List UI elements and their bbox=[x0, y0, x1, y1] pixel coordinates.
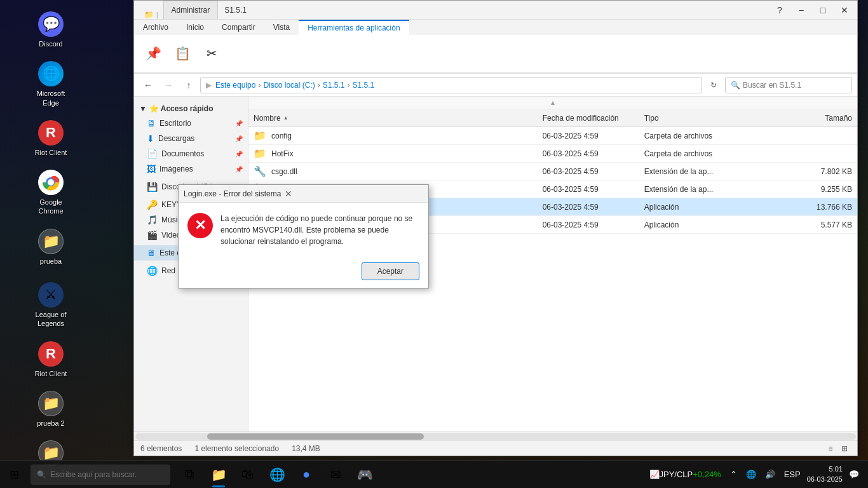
desktop-icon-discord[interactable]: 💬 Discord bbox=[25, 8, 76, 52]
breadcrumb-este-equipo[interactable]: Este equipo bbox=[215, 81, 255, 90]
run-type: Aplicación bbox=[644, 220, 789, 229]
col-header-name[interactable]: Nombre ▲ bbox=[254, 114, 543, 123]
tray-currency[interactable]: 📈 JPY/CLP +0,24% bbox=[647, 470, 724, 479]
musica-icon: 🎵 bbox=[147, 215, 158, 225]
sidebar-item-documentos[interactable]: 📄 Documentos 📌 bbox=[134, 146, 248, 161]
ribbon-tab-compartir-label: Compartir bbox=[222, 23, 255, 32]
view-details-button[interactable]: ≡ bbox=[824, 442, 837, 455]
desktop-icon-prueba2[interactable]: 📁 prueba 2 bbox=[25, 387, 76, 431]
tray-language[interactable]: ESP bbox=[782, 470, 803, 479]
taskbar-search[interactable]: 🔍 bbox=[31, 464, 170, 485]
desktop-icon-lol[interactable]: ⚔ League of Legends bbox=[25, 278, 76, 332]
taskbar-store[interactable]: 🛍 bbox=[234, 461, 262, 489]
prueba2-icon: 📁 bbox=[38, 391, 64, 416]
desktop-icon-edge[interactable]: 🌐 Microsoft Edge bbox=[25, 57, 76, 111]
tab-administrar[interactable]: Administrar bbox=[163, 1, 219, 19]
keys-icon: 🔑 bbox=[147, 200, 158, 210]
view-icons: ≡ ⊞ bbox=[824, 442, 851, 455]
prueba2-label: prueba 2 bbox=[37, 419, 64, 428]
csgo-dll-icon: 🔧 bbox=[254, 165, 266, 177]
tray-language-label: ESP bbox=[784, 470, 801, 479]
search-input[interactable] bbox=[743, 81, 846, 90]
imagenes-label: Imágenes bbox=[159, 165, 193, 173]
close-button[interactable]: ✕ bbox=[834, 2, 855, 18]
col-header-type[interactable]: Tipo bbox=[644, 114, 789, 123]
maximize-button[interactable]: □ bbox=[813, 2, 833, 18]
breadcrumb-disco-local[interactable]: Disco local (C:) bbox=[263, 81, 315, 90]
discord-icon: 💬 bbox=[38, 11, 64, 37]
tray-sound-icon[interactable]: 🔊 bbox=[763, 470, 778, 479]
tray-notifications[interactable]: 💬 bbox=[846, 470, 862, 479]
col-header-date[interactable]: Fecha de modificación bbox=[543, 114, 644, 123]
sidebar-item-escritorio[interactable]: 🖥 Escritorio 📌 bbox=[134, 116, 248, 131]
desktop-icon-riot2[interactable]: R Riot Client bbox=[25, 337, 76, 382]
sidebar-item-imagenes[interactable]: 🖼 Imágenes 📌 bbox=[134, 161, 248, 177]
forward-button[interactable]: → bbox=[159, 76, 177, 94]
taskbar-search-input[interactable] bbox=[50, 470, 164, 479]
dialog-accept-button[interactable]: Aceptar bbox=[362, 262, 419, 280]
view-large-button[interactable]: ⊞ bbox=[838, 442, 851, 455]
tray-show-hidden[interactable]: ⌃ bbox=[728, 470, 740, 479]
horizontal-scrollbar[interactable] bbox=[134, 431, 857, 440]
desktop-icon-chrome[interactable]: Google Chrome bbox=[25, 166, 76, 220]
breadcrumb-sep-3: › bbox=[347, 81, 349, 90]
taskbar-clock[interactable]: 5:01 06-03-2025 bbox=[807, 464, 843, 484]
desktop-icon-prueba[interactable]: 📁 prueba bbox=[25, 225, 76, 269]
taskbar-task-view[interactable]: ⧉ bbox=[175, 461, 203, 489]
run-date: 06-03-2025 4:59 bbox=[543, 220, 644, 229]
start-button[interactable]: ⊞ bbox=[0, 461, 28, 489]
desktop: 💬 Discord 🌐 Microsoft Edge R Riot Client bbox=[0, 0, 868, 488]
up-button[interactable]: ↑ bbox=[180, 76, 198, 94]
col-header-size[interactable]: Tamaño bbox=[789, 114, 852, 123]
file-explorer-icon: 📁 bbox=[211, 467, 227, 482]
ribbon-tab-archivo[interactable]: Archivo bbox=[134, 20, 177, 35]
ribbon-btn-1[interactable]: 📌 bbox=[139, 37, 167, 71]
minimize-button[interactable]: − bbox=[791, 2, 811, 18]
help-button[interactable]: ? bbox=[770, 2, 790, 18]
dialog-close-button[interactable]: ✕ bbox=[281, 186, 296, 201]
sidebar-item-descargas[interactable]: ⬇ Descargas 📌 bbox=[134, 131, 248, 146]
breadcrumb-s151-2[interactable]: S1.5.1 bbox=[352, 81, 374, 90]
tray-network-icon[interactable]: 🌐 bbox=[743, 470, 759, 479]
file-row-hotfix[interactable]: 📁 HotFix 06-03-2025 4:59 Carpeta de arch… bbox=[248, 145, 857, 163]
taskbar-chrome[interactable]: ● bbox=[292, 461, 320, 489]
ribbon-btn-3[interactable]: ✂ bbox=[198, 37, 226, 71]
ribbon-tab-vista[interactable]: Vista bbox=[264, 20, 299, 35]
tray-currency-icon: 📈 bbox=[649, 470, 660, 479]
ribbon-tab-inicio[interactable]: Inicio bbox=[177, 20, 213, 35]
ribbon-tab-compartir[interactable]: Compartir bbox=[213, 20, 264, 35]
descargas-icon: ⬇ bbox=[147, 133, 154, 144]
file-row-csgo-dll[interactable]: 🔧 csgo.dll 06-03-2025 4:59 Extensión de … bbox=[248, 163, 857, 180]
title-icon-area: 📁 | bbox=[139, 10, 163, 19]
h-scroll-track[interactable] bbox=[135, 433, 856, 440]
taskbar-mail[interactable]: ✉ bbox=[322, 461, 349, 489]
taskbar-game[interactable]: 🎮 bbox=[351, 461, 379, 489]
sidebar-section-quick-access: ▼ ⭐ Acceso rápido 🖥 Escritorio 📌 ⬇ Desca… bbox=[134, 102, 248, 177]
refresh-button[interactable]: ↻ bbox=[705, 76, 722, 94]
escritorio-icon: 🖥 bbox=[147, 118, 156, 128]
ribbon-tab-herramientas-label: Herramientas de aplicación bbox=[308, 24, 400, 32]
breadcrumb-s151-1[interactable]: S1.5.1 bbox=[323, 81, 345, 90]
ribbon-btn-2[interactable]: 📋 bbox=[168, 37, 196, 71]
descargas-label: Descargas bbox=[158, 134, 194, 143]
dialog-message: La ejecución de código no puede continua… bbox=[220, 213, 419, 247]
hotfix-type: Carpeta de archivos bbox=[644, 149, 789, 158]
file-row-config[interactable]: 📁 config 06-03-2025 4:59 Carpeta de arch… bbox=[248, 127, 857, 145]
ribbon-icon-2: 📋 bbox=[175, 46, 191, 61]
back-button[interactable]: ← bbox=[139, 76, 157, 94]
dialog-titlebar: Login.exe - Error del sistema ✕ bbox=[179, 185, 428, 203]
edge-label: Microsoft Edge bbox=[29, 89, 72, 107]
ribbon-tab-inicio-label: Inicio bbox=[186, 23, 204, 32]
search-bar: 🔍 bbox=[725, 77, 852, 93]
h-scroll-thumb[interactable] bbox=[207, 433, 423, 440]
descargas-pin-icon: 📌 bbox=[235, 135, 243, 142]
discord-label: Discord bbox=[39, 39, 62, 48]
taskbar-edge[interactable]: 🌐 bbox=[263, 461, 291, 489]
title-bar: 📁 | Administrar S1.5.1 ? − □ ✕ bbox=[134, 1, 857, 20]
ribbon-tab-herramientas[interactable]: Herramientas de aplicación bbox=[299, 20, 409, 35]
taskbar-date-display: 06-03-2025 bbox=[807, 475, 843, 484]
taskbar-search-icon: 🔍 bbox=[37, 470, 46, 479]
taskbar-file-explorer[interactable]: 📁 bbox=[205, 461, 233, 489]
sidebar-header-quick-access[interactable]: ▼ ⭐ Acceso rápido bbox=[134, 102, 248, 116]
desktop-icon-riot[interactable]: R Riot Client bbox=[25, 116, 76, 161]
